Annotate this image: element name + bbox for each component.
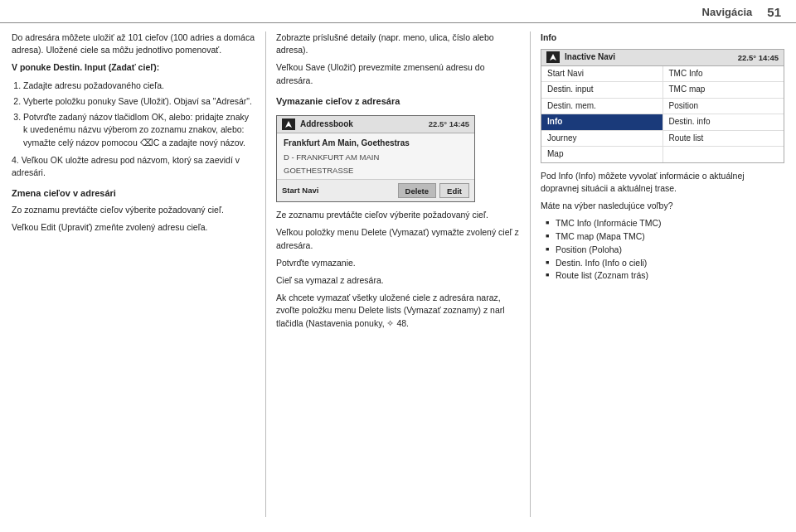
- col2-section1: Vymazanie cieľov z adresára: [276, 95, 520, 109]
- info-row-4: Journey Route list: [541, 131, 784, 148]
- delete-button[interactable]: Delete: [398, 183, 437, 198]
- info-cell-5-0: Map: [541, 147, 663, 162]
- addressbook-header: Addressbook 22.5° 14:45: [277, 116, 474, 134]
- info-cell-3-0: Info: [541, 114, 663, 130]
- svg-marker-1: [550, 54, 556, 60]
- col2-body3: Ze zoznamu prevtáčte cieľov výberite pož…: [276, 209, 520, 221]
- info-cell-4-0: Journey: [541, 131, 663, 147]
- col1-step-2: Vyberte položku ponuky Save (Uložiť). Ob…: [23, 95, 255, 108]
- content-area: Do adresára môžete uložiť až 101 cieľov …: [0, 23, 796, 525]
- col1-section1: V ponuke Destin. Input (Zadať cieľ):: [12, 61, 255, 74]
- nav-icon: [282, 118, 295, 130]
- addressbook-body: Frankfurt Am Main, Goethestras D - FRANK…: [277, 133, 474, 179]
- info-widget-title: Inactive Navi: [565, 51, 733, 64]
- info-grid: Start Navi TMC Info Destin. input TMC ma…: [541, 66, 784, 163]
- info-row-0: Start Navi TMC Info: [541, 66, 784, 83]
- addressbook-widget: Addressbook 22.5° 14:45 Frankfurt Am Mai…: [276, 115, 475, 202]
- info-cell-5-1: [663, 147, 784, 162]
- col2-body4: Veľkou položky menu Delete (Vymazať) vym…: [276, 226, 520, 251]
- info-cell-0-0: Start Navi: [541, 66, 663, 82]
- info-row-3: Info Destin. info: [541, 114, 784, 131]
- col1-step-3: Potvrďte zadaný názov tlačidlom OK, aleb…: [23, 111, 255, 149]
- info-cell-3-1: Destin. info: [663, 114, 784, 130]
- col3-bullet-0: TMC Info (Informácie TMC): [549, 217, 784, 230]
- info-nav-icon: [546, 51, 560, 63]
- col2-body5: Potvrďte vymazanie.: [276, 257, 520, 269]
- col2-body6: Cieľ sa vymazal z adresára.: [276, 274, 520, 287]
- addr-upper2: GOETHESTRASSE: [284, 165, 468, 177]
- col3-body1: Pod Info (Info) môžete vyvolať informáci…: [541, 170, 784, 195]
- addressbook-title: Addressbook: [300, 118, 424, 131]
- col2-body1: Zobrazte príslušné detaily (napr. meno, …: [276, 31, 520, 56]
- addr-main: Frankfurt Am Main, Goethestras: [284, 138, 468, 150]
- info-widget: Inactive Navi 22.5° 14:45 Start Navi TMC…: [541, 49, 784, 163]
- edit-button[interactable]: Edit: [439, 183, 469, 198]
- col1-body3: Veľkou Edit (Upraviť) zmeňte zvolený adr…: [12, 221, 255, 234]
- col1-section2: Zmena cieľov v adresári: [12, 187, 255, 201]
- info-cell-2-1: Position: [663, 99, 784, 114]
- col3-bullet-list: TMC Info (Informácie TMC) TMC map (Mapa …: [549, 217, 784, 283]
- addressbook-footer: Start Navi Delete Edit: [277, 179, 474, 201]
- info-cell-1-0: Destin. input: [541, 82, 663, 98]
- col3-bullet-3: Destin. Info (Info o cieli): [549, 257, 784, 270]
- page-title: Navigácia: [702, 6, 753, 18]
- info-row-2: Destin. mem. Position: [541, 99, 784, 115]
- page-number: 51: [767, 5, 781, 19]
- col1-body1: Do adresára môžete uložiť až 101 cieľov …: [12, 31, 255, 56]
- info-cell-0-1: TMC Info: [663, 66, 784, 82]
- start-navi-label: Start Navi: [282, 183, 318, 198]
- info-row-1: Destin. input TMC map: [541, 82, 784, 99]
- column-1: Do adresára môžete uložiť až 101 cieľov …: [12, 31, 266, 517]
- info-row-5: Map: [541, 147, 784, 162]
- svg-marker-0: [285, 121, 292, 128]
- col3-bullet-2: Position (Poloha): [549, 244, 784, 257]
- col2-body7: Ak chcete vymazať všetky uložené ciele z…: [276, 292, 520, 330]
- col3-body2: Máte na výber nasledujúce voľby?: [541, 200, 784, 212]
- col1-step4: 4. Veľkou OK uložte adresu pod názvom, k…: [12, 154, 255, 179]
- col1-body2: Zo zoznamu prevtáčte cieľov výberite pož…: [12, 204, 255, 216]
- info-cell-4-1: Route list: [663, 131, 784, 147]
- info-header: Inactive Navi 22.5° 14:45: [541, 49, 784, 66]
- info-widget-coords: 22.5° 14:45: [738, 52, 779, 64]
- info-cell-2-0: Destin. mem.: [541, 99, 663, 114]
- col3-bullet-4: Route list (Zoznam trás): [549, 269, 784, 283]
- column-2: Zobrazte príslušné detaily (napr. meno, …: [266, 31, 531, 517]
- addr-upper1: D - FRANKFURT AM MAIN: [284, 152, 468, 163]
- col3-bullet-1: TMC map (Mapa TMC): [549, 230, 784, 244]
- col1-steps: Zadajte adresu požadovaného cieľa. Vyber…: [23, 80, 255, 149]
- col3-section-title: Info: [541, 31, 784, 44]
- column-3: Info Inactive Navi 22.5° 14:45 Start Nav…: [531, 31, 784, 517]
- col2-body2: Veľkou Save (Uložiť) prevezmite zmensenú…: [276, 61, 520, 86]
- col1-step-1: Zadajte adresu požadovaného cieľa.: [23, 80, 255, 92]
- addressbook-coords: 22.5° 14:45: [429, 118, 469, 130]
- page-header: Navigácia 51: [0, 0, 796, 23]
- info-cell-1-1: TMC map: [663, 82, 784, 98]
